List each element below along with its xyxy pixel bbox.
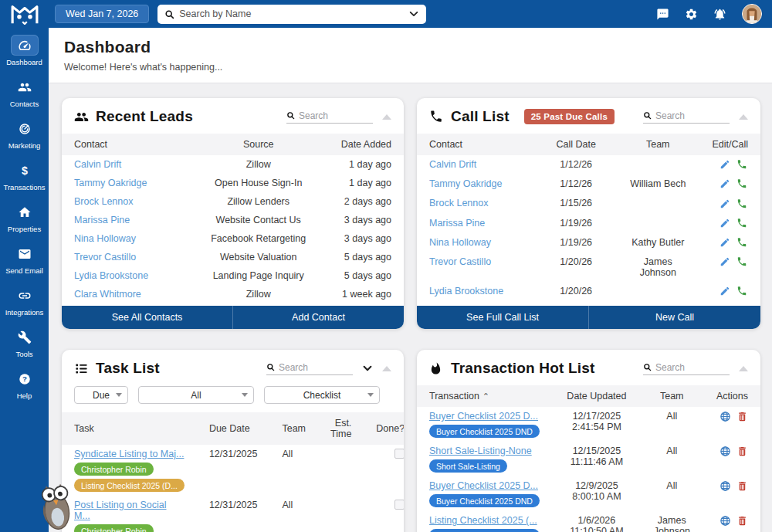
new-call-button[interactable]: New Call	[588, 306, 760, 329]
lead-contact-link[interactable]: Marissa Pine	[74, 215, 130, 225]
col-due-date[interactable]: Due Date	[197, 412, 270, 445]
col-transaction[interactable]: Transaction⌃	[417, 385, 554, 407]
global-search[interactable]	[157, 5, 426, 24]
col-date-updated[interactable]: Date Updated	[554, 385, 639, 407]
hot-list-search-input[interactable]	[655, 362, 709, 373]
col-call-date[interactable]: Call Date	[536, 134, 616, 155]
call-list-search-input[interactable]	[655, 110, 709, 121]
globe-icon[interactable]	[720, 480, 731, 492]
call-contact-link[interactable]: Nina Holloway	[429, 237, 491, 248]
call-icon[interactable]	[736, 198, 748, 210]
sidebar-item-integrations[interactable]: Integrations	[0, 285, 49, 317]
call-contact-link[interactable]: Lydia Brookstone	[429, 286, 503, 296]
lead-contact-link[interactable]: Trevor Castillo	[74, 252, 136, 263]
sidebar-item-contacts[interactable]: Contacts	[0, 76, 49, 108]
sidebar-item-transactions[interactable]: $Transactions	[0, 160, 49, 191]
edit-icon[interactable]	[720, 198, 731, 210]
delete-icon[interactable]	[736, 480, 748, 492]
task-list-search-input[interactable]	[279, 362, 333, 373]
call-contact-link[interactable]: Brock Lennox	[429, 198, 488, 208]
transaction-link[interactable]: Listing Checklist 2025 (...	[429, 515, 537, 526]
hot-list-search[interactable]	[643, 362, 730, 375]
lead-contact-link[interactable]: Calvin Drift	[74, 159, 121, 170]
col-team[interactable]: Team	[616, 134, 699, 155]
call-icon[interactable]	[736, 159, 748, 171]
col-est-time[interactable]: Est. Time	[318, 412, 364, 445]
col-source[interactable]: Source	[198, 134, 318, 155]
sidebar-item-dashboard[interactable]: Dashboard	[0, 35, 49, 66]
avatar[interactable]	[742, 4, 762, 24]
scroll-top-icon[interactable]	[382, 366, 391, 371]
scroll-top-icon[interactable]	[739, 114, 748, 120]
chat-icon[interactable]	[656, 8, 669, 21]
done-checkbox[interactable]	[394, 500, 404, 510]
lead-contact-link[interactable]: Lydia Brookstone	[74, 270, 148, 281]
call-contact-link[interactable]: Calvin Drift	[429, 159, 476, 170]
call-contact-link[interactable]: Marissa Pine	[429, 218, 485, 229]
call-contact-link[interactable]: Tammy Oakridge	[429, 178, 502, 189]
scroll-top-icon[interactable]	[739, 366, 748, 371]
recent-leads-search-input[interactable]	[299, 110, 353, 121]
transaction-link[interactable]: Buyer Checklist 2025 D...	[429, 411, 538, 422]
edit-icon[interactable]	[720, 218, 731, 229]
delete-icon[interactable]	[736, 515, 748, 527]
globe-icon[interactable]	[720, 515, 731, 527]
lead-contact-link[interactable]: Brock Lennox	[74, 196, 133, 207]
col-done[interactable]: Done?	[364, 412, 404, 445]
task-link[interactable]: Syndicate Listing to Maj...	[74, 449, 184, 459]
done-checkbox[interactable]	[394, 449, 404, 459]
edit-icon[interactable]	[720, 237, 731, 249]
sidebar-item-marketing[interactable]: Marketing	[0, 118, 49, 150]
edit-icon[interactable]	[720, 256, 731, 268]
call-icon[interactable]	[736, 218, 748, 229]
edit-icon[interactable]	[720, 178, 731, 190]
app-logo-owl[interactable]	[0, 3, 49, 25]
globe-icon[interactable]	[720, 446, 731, 457]
call-icon[interactable]	[736, 237, 748, 249]
task-list-search[interactable]	[266, 362, 353, 375]
edit-icon[interactable]	[720, 286, 731, 297]
call-icon[interactable]	[736, 256, 748, 268]
date-button[interactable]: Wed Jan 7, 2026	[55, 5, 149, 23]
call-date: 1/12/26	[536, 155, 616, 175]
col-team[interactable]: Team	[640, 385, 704, 407]
see-full-call-list-button[interactable]: See Full Call List	[417, 306, 588, 329]
chevron-down-icon[interactable]	[408, 8, 419, 19]
bell-icon[interactable]	[713, 8, 726, 21]
transaction-link[interactable]: Buyer Checklist 2025 D...	[429, 480, 538, 491]
call-icon[interactable]	[736, 178, 748, 190]
add-contact-button[interactable]: Add Contact	[232, 306, 404, 329]
sidebar-item-help[interactable]: ?Help	[0, 368, 49, 400]
sidebar-item-tools[interactable]: Tools	[0, 327, 49, 358]
see-all-contacts-button[interactable]: See All Contacts	[62, 306, 232, 329]
col-task[interactable]: Task	[62, 412, 197, 445]
lead-contact-link[interactable]: Clara Whitmore	[74, 289, 141, 300]
lead-contact-link[interactable]: Nina Holloway	[74, 233, 136, 244]
team-filter-select[interactable]: All	[138, 386, 254, 404]
col-edit-call[interactable]: Edit/Call	[699, 134, 760, 155]
col-date-added[interactable]: Date Added	[318, 134, 404, 155]
col-contact[interactable]: Contact	[62, 134, 198, 155]
checklist-filter-select[interactable]: Checklist	[264, 386, 380, 404]
col-team[interactable]: Team	[269, 412, 318, 445]
transaction-link[interactable]: Short Sale-Listing-None	[429, 446, 532, 456]
delete-icon[interactable]	[736, 411, 748, 422]
recent-leads-search[interactable]	[286, 110, 373, 124]
call-contact-link[interactable]: Trevor Castillo	[429, 256, 491, 267]
edit-icon[interactable]	[720, 159, 731, 171]
gear-icon[interactable]	[685, 8, 698, 21]
task-link[interactable]: Post Listing on Social M...	[74, 500, 185, 521]
sidebar-item-send-email[interactable]: Send Email	[0, 243, 49, 275]
sidebar-item-properties[interactable]: Properties	[0, 202, 49, 233]
call-icon[interactable]	[736, 286, 748, 297]
global-search-input[interactable]	[179, 8, 404, 19]
delete-icon[interactable]	[736, 446, 748, 457]
scroll-top-icon[interactable]	[382, 114, 391, 120]
lead-contact-link[interactable]: Tammy Oakridge	[74, 178, 147, 188]
call-list-search[interactable]	[643, 110, 730, 124]
due-filter-select[interactable]: Due	[74, 386, 128, 404]
col-contact[interactable]: Contact	[417, 134, 536, 155]
chevron-down-icon[interactable]	[362, 363, 373, 374]
globe-icon[interactable]	[720, 411, 731, 422]
col-actions[interactable]: Actions	[704, 385, 760, 407]
